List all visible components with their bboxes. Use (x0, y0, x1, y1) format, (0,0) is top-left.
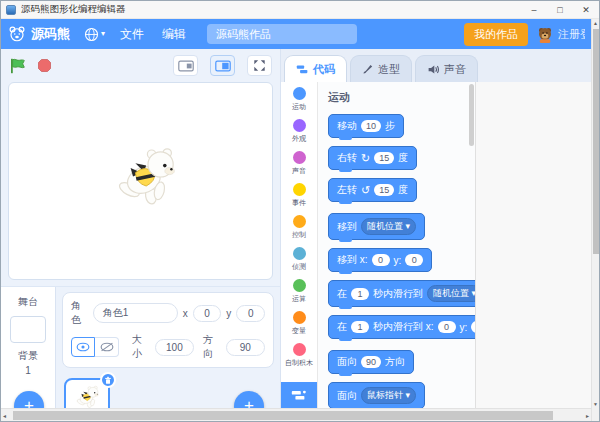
block-number-input[interactable]: 15 (374, 184, 394, 196)
block-dropdown[interactable]: 鼠标指针 ▾ (361, 387, 416, 404)
brand: 源码熊 (7, 25, 70, 43)
language-selector[interactable]: ▾ (84, 27, 105, 42)
palette-block[interactable]: 移到 x:0y:0 (328, 248, 432, 272)
palette-block[interactable]: 在1秒内滑行到 x:0y:0 (328, 315, 476, 339)
small-stage-button[interactable] (173, 55, 198, 76)
block-number-input[interactable]: 15 (374, 152, 394, 164)
category-label: 变量 (292, 326, 306, 336)
category-item[interactable]: 自制积木 (283, 343, 315, 368)
palette-block[interactable]: 移动10步 (328, 114, 404, 138)
add-extension-button[interactable] (281, 382, 317, 408)
size-input[interactable]: 100 (155, 339, 194, 356)
stage-panel: 舞台 背景 1 + 角色 角色1 x 0 (1, 49, 280, 408)
block-text: y: (460, 322, 468, 333)
sprite-info-card: 角色 角色1 x 0 y 0 (62, 292, 274, 368)
size-label: 大小 (132, 333, 150, 361)
palette-block[interactable]: 右转↻15度 (328, 146, 417, 170)
block-number-input[interactable]: 0 (438, 321, 456, 333)
user-avatar[interactable] (536, 25, 554, 43)
x-input[interactable]: 0 (193, 305, 222, 322)
category-item[interactable]: 外观 (291, 119, 307, 144)
block-text: 面向 (337, 389, 357, 403)
sprite-on-stage[interactable] (109, 138, 181, 210)
category-color-dot (293, 311, 306, 324)
fullscreen-icon (253, 59, 266, 72)
vertical-scrollbar-thumb[interactable] (593, 29, 599, 254)
horizontal-scrollbar-thumb[interactable] (13, 411, 553, 420)
minimize-button[interactable]: – (521, 1, 547, 18)
block-text: 移动 (337, 119, 357, 133)
block-number-input[interactable]: 0 (471, 321, 476, 333)
scroll-left-arrow-icon[interactable]: ◂ (3, 412, 6, 419)
block-list: 移动10步右转↻15度左转↺15度移到随机位置 ▾移到 x:0y:0在1秒内滑行… (328, 114, 475, 408)
block-dropdown[interactable]: 随机位置 ▾ (361, 218, 416, 235)
eye-icon (76, 342, 90, 352)
add-sprite-button[interactable]: + (234, 391, 264, 408)
menu-file[interactable]: 文件 (111, 26, 153, 43)
show-sprite-button[interactable] (71, 337, 95, 357)
palette-block[interactable]: 移到随机位置 ▾ (328, 213, 425, 240)
main-content: 舞台 背景 1 + 角色 角色1 x 0 (1, 49, 591, 408)
tab-sounds[interactable]: 声音 (415, 55, 478, 82)
category-item[interactable]: 声音 (291, 151, 307, 176)
block-number-input[interactable]: 1 (351, 288, 369, 300)
category-label: 事件 (292, 198, 306, 208)
block-number-input[interactable]: 0 (405, 254, 423, 266)
category-item[interactable]: 运动 (291, 87, 307, 112)
block-text: 右转 (337, 151, 357, 165)
backdrop-label: 背景 (1, 349, 55, 363)
palette-block[interactable]: 面向鼠标指针 ▾ (328, 382, 425, 408)
category-color-dot (293, 247, 306, 260)
category-item[interactable]: 控制 (291, 215, 307, 240)
block-text: 移到 x: (337, 253, 368, 267)
hide-sprite-button[interactable] (95, 337, 119, 357)
sprite-name-input[interactable]: 角色1 (93, 303, 178, 323)
globe-icon (84, 27, 99, 42)
block-number-input[interactable]: 10 (361, 120, 381, 132)
palette-block[interactable]: 面向90方向 (328, 350, 414, 374)
delete-sprite-button[interactable] (100, 372, 116, 388)
window-title: 源码熊图形化编程编辑器 (21, 3, 521, 16)
tab-code[interactable]: 代码 (284, 55, 347, 82)
category-label: 运动 (292, 102, 306, 112)
category-item[interactable]: 事件 (291, 183, 307, 208)
category-item[interactable]: 侦测 (291, 247, 307, 272)
scroll-down-arrow-icon[interactable]: ▼ (592, 401, 599, 407)
stage-thumbnail[interactable] (10, 316, 46, 343)
y-input[interactable]: 0 (236, 305, 265, 322)
block-number-input[interactable]: 90 (361, 356, 381, 368)
title-bar: 源码熊图形化编程编辑器 – □ ✕ (1, 1, 599, 19)
category-item[interactable]: 变量 (291, 311, 307, 336)
my-works-button[interactable]: 我的作品 (464, 23, 528, 46)
category-color-dot (293, 183, 306, 196)
block-text: 左转 (337, 183, 357, 197)
fullscreen-button[interactable] (247, 55, 272, 76)
direction-input[interactable]: 90 (226, 339, 265, 356)
stage-selector[interactable]: 舞台 背景 1 + (1, 287, 56, 408)
scroll-right-arrow-icon[interactable]: ▸ (586, 412, 589, 419)
maximize-button[interactable]: □ (547, 1, 573, 18)
stage-canvas[interactable] (8, 82, 273, 280)
close-button[interactable]: ✕ (573, 1, 599, 18)
horizontal-scrollbar[interactable]: ◂ ▸ (1, 408, 591, 421)
eye-slash-icon (100, 342, 114, 352)
category-item[interactable]: 运算 (291, 279, 307, 304)
project-name-input[interactable]: 源码熊作品 (207, 24, 357, 44)
palette-scrollbar-thumb[interactable] (469, 84, 474, 146)
register-login-link[interactable]: 注册登录 (558, 27, 585, 42)
block-dropdown[interactable]: 随机位置 ▾ (427, 285, 476, 302)
block-number-input[interactable]: 1 (351, 321, 369, 333)
tab-costumes[interactable]: 造型 (350, 55, 412, 82)
stop-button[interactable] (35, 57, 53, 75)
vertical-scrollbar[interactable]: ▲ ▼ (591, 19, 599, 422)
palette-block[interactable]: 在1秒内滑行到随机位置 ▾ (328, 280, 476, 307)
scroll-up-arrow-icon[interactable]: ▲ (592, 20, 599, 26)
add-backdrop-button[interactable]: + (14, 391, 44, 408)
green-flag-button[interactable] (9, 57, 27, 75)
sprite-card-selected[interactable]: 角色1 (64, 378, 110, 408)
menu-edit[interactable]: 编辑 (153, 26, 195, 43)
block-number-input[interactable]: 0 (372, 254, 390, 266)
scripts-workspace[interactable] (476, 82, 591, 408)
normal-stage-button[interactable] (210, 55, 235, 76)
palette-block[interactable]: 左转↺15度 (328, 178, 417, 202)
